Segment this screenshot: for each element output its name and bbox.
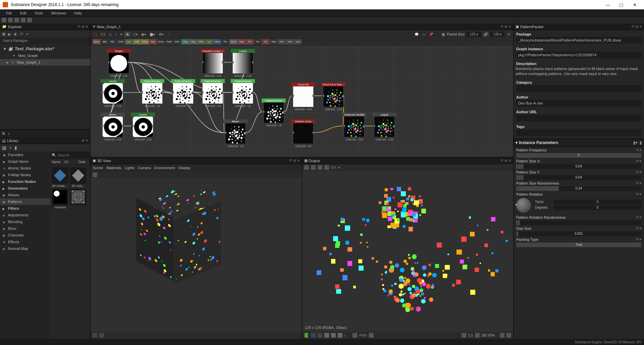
- param-ops-icon[interactable]: ⟲ ▾: [636, 226, 641, 230]
- graph-instance-field[interactable]: [516, 52, 641, 58]
- graph-node-shape[interactable]: Shape128x128 - L16: [107, 49, 131, 77]
- node-output-port[interactable]: [283, 111, 284, 113]
- palette-chip[interactable]: FxM: [165, 39, 173, 45]
- section-tool-icon[interactable]: ▮▾: [633, 140, 638, 145]
- link-icon[interactable]: 🔗: [482, 32, 489, 37]
- menu-tools[interactable]: Tools: [31, 10, 47, 16]
- toolbar-icon[interactable]: ▦: [2, 32, 6, 36]
- histogram-icon[interactable]: [353, 333, 357, 338]
- view3d-tool-icon[interactable]: [93, 172, 97, 177]
- palette-chip[interactable]: Out: [294, 39, 302, 45]
- param-ops-icon[interactable]: ⟲ ▾: [636, 237, 641, 241]
- node-output-port[interactable]: [312, 131, 314, 134]
- library-category[interactable]: ●Adjustments: [0, 212, 50, 218]
- node-output-port[interactable]: [161, 91, 163, 94]
- library-category[interactable]: ■Normal Map: [0, 245, 50, 252]
- view3d-menu-lights[interactable]: Lights: [125, 166, 135, 170]
- panel-close-icon[interactable]: ✕: [639, 25, 642, 28]
- param-slider[interactable]: 0.34: [516, 186, 641, 191]
- library-category[interactable]: ✦Effects: [0, 238, 50, 245]
- graph-node-ucolor[interactable]: Uniform Color128x128 - C8: [291, 119, 315, 148]
- output-tool-icon[interactable]: [311, 165, 316, 170]
- tool-icon[interactable]: ⬚: [93, 32, 98, 37]
- gear-icon[interactable]: ⚙▾: [157, 32, 165, 37]
- node-output-port[interactable]: [342, 94, 344, 97]
- rotation-control[interactable]: Turns0 Degrees0: [514, 197, 644, 214]
- graph-node-pp1[interactable]: PatternPacker128x128 - L8: [140, 79, 164, 108]
- graph-node-levels3[interactable]: Levels128x128 - L16: [131, 113, 155, 141]
- tool-icon[interactable]: 💬: [413, 32, 420, 37]
- tool-icon[interactable]: [369, 333, 374, 338]
- zoom-out-icon[interactable]: [475, 333, 480, 338]
- channel-rgb-icon[interactable]: [304, 333, 309, 338]
- reset-icon[interactable]: ↺: [506, 32, 511, 37]
- tool-icon[interactable]: ▢▾: [131, 32, 139, 37]
- tool-icon[interactable]: 📌: [428, 32, 434, 37]
- panel-pin-icon[interactable]: ⇱: [289, 159, 292, 162]
- palette-chip[interactable]: Bmp: [93, 39, 101, 45]
- chevron-right-icon[interactable]: ▸: [7, 60, 10, 65]
- graph-node-out[interactable]: output128x128 - C16: [372, 113, 396, 141]
- node-output-port[interactable]: [252, 91, 253, 94]
- category-field[interactable]: [516, 85, 641, 92]
- panel-pin-icon[interactable]: ⇱: [501, 25, 503, 28]
- palette-chip[interactable]: Txt: [246, 39, 254, 45]
- node-output-port[interactable]: [122, 125, 123, 127]
- tool-icon[interactable]: ▭: [108, 32, 113, 37]
- rgb-label[interactable]: RGB: [359, 334, 367, 337]
- tool-icon[interactable]: ⬤▾: [148, 32, 156, 37]
- library-category[interactable]: ★Favorites: [0, 151, 50, 158]
- tab-icon[interactable]: ≣: [2, 131, 5, 136]
- library-category[interactable]: ■Patterns: [0, 198, 50, 205]
- panel-close-icon[interactable]: ✕: [508, 159, 511, 162]
- menu-file[interactable]: File: [2, 10, 16, 16]
- panel-close-icon[interactable]: ✕: [86, 25, 88, 28]
- tree-graph-selected[interactable]: ▸ ✦ New_Graph_1: [0, 59, 90, 66]
- view3d-menu-scene[interactable]: Scene: [93, 166, 103, 170]
- graph-canvas[interactable]: Shape128x128 - L16Gradient Linear 1128x1…: [91, 46, 513, 157]
- param-slider[interactable]: True: [516, 243, 641, 247]
- toolbar-add-icon[interactable]: +: [9, 145, 12, 150]
- channel-icon[interactable]: [311, 333, 316, 338]
- menu-edit[interactable]: Edit: [16, 10, 31, 16]
- chevron-down-icon[interactable]: ▾: [3, 46, 7, 51]
- graph-node-pp2[interactable]: PatternPacker128x128 - L8: [171, 79, 195, 108]
- node-output-port[interactable]: [245, 131, 246, 134]
- tree-package[interactable]: ▾ ▣ Test_Package.sbs*: [0, 45, 90, 52]
- package-path-field[interactable]: [516, 37, 641, 44]
- node-output-port[interactable]: [363, 125, 365, 127]
- panel-float-icon[interactable]: ⧉: [505, 25, 507, 29]
- close-button[interactable]: ✕: [628, 2, 641, 7]
- library-category[interactable]: ▸Filters: [0, 205, 50, 212]
- palette-chip[interactable]: Nrm: [213, 39, 221, 45]
- menu-windows[interactable]: Windows: [47, 10, 70, 16]
- zoom-1to1-button[interactable]: 1:1: [99, 32, 107, 37]
- output-tool-icon[interactable]: [324, 165, 329, 170]
- palette-chip[interactable]: GrD: [173, 39, 181, 45]
- panel-pin-icon[interactable]: ⇱: [78, 25, 80, 28]
- node-output-port[interactable]: [312, 94, 314, 97]
- author-field[interactable]: [516, 100, 641, 107]
- param-slider[interactable]: 0.001: [516, 231, 641, 236]
- toolbar-icon[interactable]: [27, 18, 32, 22]
- graph-node-chshuf[interactable]: Channels Shuffle128x128 - C16: [342, 113, 366, 141]
- library-category[interactable]: ■Graph Items: [0, 158, 50, 165]
- panel-close-icon[interactable]: ✕: [297, 159, 300, 162]
- tags-field[interactable]: [516, 129, 641, 136]
- node-output-port[interactable]: [122, 91, 123, 94]
- output-tool-icon[interactable]: [304, 165, 309, 170]
- zoom-ratio[interactable]: 1:1: [468, 334, 473, 337]
- palette-chip[interactable]: SVG: [229, 39, 237, 45]
- library-search-input[interactable]: [58, 153, 89, 157]
- zoom-in-icon[interactable]: [500, 333, 504, 338]
- panel-close-icon[interactable]: ✕: [508, 25, 511, 28]
- toolbar-icon[interactable]: [21, 18, 25, 22]
- library-category[interactable]: ■Noises: [0, 192, 50, 198]
- tool-icon[interactable]: [506, 333, 511, 338]
- library-item[interactable]: Alveolus: [51, 189, 69, 209]
- node-output-port[interactable]: [222, 91, 223, 94]
- col-date[interactable]: Date: [78, 160, 86, 164]
- panel-float-icon[interactable]: ⧉: [82, 139, 84, 143]
- info-icon[interactable]: i: [344, 334, 345, 337]
- tool-icon[interactable]: ▦: [440, 32, 446, 37]
